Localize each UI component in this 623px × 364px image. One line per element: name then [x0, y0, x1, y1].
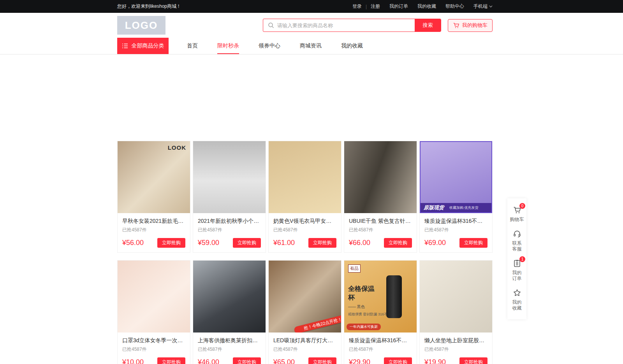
float-sidebar: 0 购物车 联系客服 1 我的订单 我的收藏: [507, 198, 526, 319]
product-card[interactable]: 奶黄色V领毛衣马甲女春秋慵懒... 已抢4587件 ¥61.00 立即抢购: [268, 141, 341, 253]
product-card[interactable]: 原版现货 收藏加购 优先发货 臻质旋盖保温杯316不锈钢内胆... 已抢4587…: [419, 141, 493, 253]
product-card[interactable]: 懒人坐垫地上卧室屁股垫子办... 已抢4587件 ¥19.90 立即抢购: [419, 260, 493, 364]
product-price: ¥56.00: [122, 239, 144, 247]
floatbar-my-favorites-label: 我的收藏: [512, 299, 522, 311]
divider: |: [366, 4, 367, 9]
search-input[interactable]: [274, 23, 415, 28]
product-title: 2021年新款初秋季小个子马甲...: [198, 217, 261, 225]
orders-count-badge: 1: [519, 256, 525, 262]
product-price: ¥65.00: [273, 358, 295, 364]
floatbar-my-orders[interactable]: 1 我的订单: [507, 256, 526, 285]
buy-now-button[interactable]: 立即抢购: [459, 357, 487, 364]
buy-now-button[interactable]: 立即抢购: [384, 357, 412, 364]
category-list-icon: [122, 43, 128, 49]
buy-now-button[interactable]: 立即抢购: [157, 357, 185, 364]
product-price: ¥69.00: [424, 239, 446, 247]
product-sold-count: 已抢4587件: [198, 346, 261, 353]
image-overlay-text: LOOK: [168, 144, 186, 151]
help-center-link[interactable]: 帮助中心: [445, 3, 464, 10]
buy-now-button[interactable]: 立即抢购: [459, 238, 487, 248]
product-image: [118, 261, 190, 332]
all-categories-label: 全部商品分类: [132, 42, 164, 49]
product-image: 抢！今晚22点开抢！: [269, 261, 341, 332]
image-ribbon: 抢！今晚22点开抢！: [294, 313, 341, 332]
empty-banner-area: [0, 54, 623, 141]
login-link[interactable]: 登录: [352, 3, 362, 10]
image-variant: —— 黑色: [348, 304, 365, 310]
image-banner-text: 原版现货: [424, 204, 444, 211]
product-sold-count: 已抢4587件: [424, 227, 487, 233]
product-image: [193, 141, 266, 213]
product-card[interactable]: LOOK 早秋冬女装2021新款毛衣盐系... 已抢4587件 ¥56.00 立…: [117, 141, 190, 253]
my-cart-button-label: 我的购物车: [462, 22, 487, 29]
nav-item-coupons[interactable]: 领券中心: [249, 38, 290, 54]
my-cart-button[interactable]: 我的购物车: [448, 19, 493, 32]
image-brand-tag: 有品: [348, 264, 361, 273]
product-price: ¥59.00: [198, 239, 219, 247]
image-banner-note: 收藏加购 优先发货: [449, 205, 479, 210]
cart-count-badge: 0: [519, 203, 525, 209]
buy-now-button[interactable]: 立即抢购: [233, 238, 261, 248]
product-sold-count: 已抢4587件: [122, 346, 185, 353]
product-card[interactable]: 抢！今晚22点开抢！ LED吸顶灯具客厅灯大灯主卧... 已抢4587件 ¥65…: [268, 260, 341, 364]
topbar-links: 登录 | 注册 我的订单 我的收藏 帮助中心 手机端: [352, 3, 493, 10]
my-orders-link[interactable]: 我的订单: [389, 3, 408, 10]
logo[interactable]: LOGO: [117, 16, 165, 35]
product-card[interactable]: UBUIE干鱼 紫色复古针织衫马... 已抢4587件 ¥66.00 立即抢购: [344, 141, 417, 253]
search-box: 搜索: [263, 19, 441, 32]
product-sold-count: 已抢4587件: [198, 227, 261, 233]
product-title: 臻质旋盖保温杯316不锈钢内胆...: [349, 336, 412, 344]
nav-item-favorites[interactable]: 我的收藏: [331, 38, 373, 54]
product-card[interactable]: 上海客供撤柜奥莱折扣店outlets 已抢4587件 ¥46.00 立即抢购: [193, 260, 266, 364]
buy-now-button[interactable]: 立即抢购: [233, 357, 261, 364]
register-link[interactable]: 注册: [371, 3, 380, 10]
topbar: 您好，欢迎来到likeshop商城！ 登录 | 注册 我的订单 我的收藏 帮助中…: [0, 0, 623, 13]
floatbar-my-orders-label: 我的订单: [512, 270, 522, 282]
product-card[interactable]: 口罩3d立体女冬季一次性口罩 已抢4587件 ¥10.00 立即抢购: [117, 260, 190, 364]
headset-icon: [513, 229, 521, 238]
floatbar-cart-label: 购物车: [510, 217, 524, 222]
product-price: ¥46.00: [198, 358, 219, 364]
mobile-link-label: 手机端: [473, 3, 487, 10]
product-sold-count: 已抢4587件: [273, 346, 336, 353]
floatbar-my-favorites[interactable]: 我的收藏: [507, 285, 526, 315]
all-categories-button[interactable]: 全部商品分类: [117, 38, 169, 54]
search-button[interactable]: 搜索: [415, 19, 441, 32]
product-sold-count: 已抢4587件: [349, 227, 412, 233]
buy-now-button[interactable]: 立即抢购: [384, 238, 412, 248]
buy-now-button[interactable]: 立即抢购: [308, 238, 336, 248]
mobile-link[interactable]: 手机端: [473, 3, 493, 10]
product-sold-count: 已抢4587件: [122, 227, 185, 233]
image-guarantee-ribbon: 一年内漏水可换新: [347, 324, 381, 330]
product-card[interactable]: 有品 全格保温杯 —— 黑色 精致便携 密封防漏 316不锈钢 一年内漏水可换新…: [344, 260, 417, 364]
floatbar-customer-service[interactable]: 联系客服: [507, 226, 526, 256]
product-image: [269, 141, 341, 213]
product-title: 臻质旋盖保温杯316不锈钢内胆...: [424, 217, 487, 225]
product-title: UBUIE干鱼 紫色复古针织衫马...: [349, 217, 412, 225]
product-image: 原版现货 收藏加购 优先发货: [420, 141, 492, 213]
product-card[interactable]: 2021年新款初秋季小个子马甲... 已抢4587件 ¥59.00 立即抢购: [193, 141, 266, 253]
product-price: ¥61.00: [273, 239, 295, 247]
product-price: ¥19.90: [424, 358, 446, 364]
product-grid: LOOK 早秋冬女装2021新款毛衣盐系... 已抢4587件 ¥56.00 立…: [117, 141, 493, 364]
product-price: ¥29.90: [349, 358, 370, 364]
image-banner: 原版现货 收藏加购 优先发货: [421, 203, 491, 212]
product-title: 口罩3d立体女冬季一次性口罩: [122, 336, 185, 344]
product-image: [193, 261, 266, 332]
product-price: ¥10.00: [122, 358, 144, 364]
product-sold-count: 已抢4587件: [424, 346, 487, 353]
nav-item-seckill[interactable]: 限时秒杀: [208, 38, 249, 54]
buy-now-button[interactable]: 立即抢购: [308, 357, 336, 364]
image-heading: 全格保温杯: [348, 285, 375, 302]
product-image: LOOK: [118, 141, 190, 213]
cart-icon: [453, 22, 459, 29]
product-sold-count: 已抢4587件: [273, 227, 336, 233]
nav-item-home[interactable]: 首页: [177, 38, 208, 54]
star-icon: [513, 289, 521, 297]
product-image: [420, 261, 492, 332]
welcome-text: 您好，欢迎来到likeshop商城！: [117, 3, 181, 10]
floatbar-cart[interactable]: 0 购物车: [507, 202, 526, 226]
nav-item-news[interactable]: 商城资讯: [290, 38, 331, 54]
buy-now-button[interactable]: 立即抢购: [157, 238, 185, 248]
my-favorites-link[interactable]: 我的收藏: [417, 3, 436, 10]
